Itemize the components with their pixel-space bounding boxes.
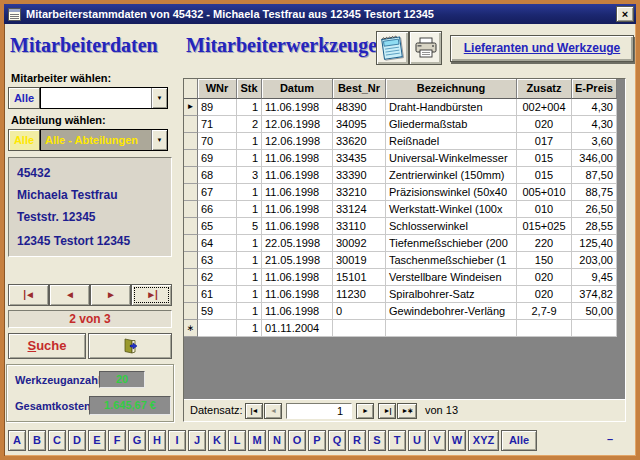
row-selector[interactable] — [184, 269, 198, 286]
dropdown-arrow-icon[interactable]: ▼ — [151, 88, 167, 108]
table-cell[interactable]: 69 — [198, 150, 237, 167]
table-cell[interactable]: 125,40 — [572, 235, 617, 252]
nav-last-button[interactable]: ►| — [378, 403, 396, 419]
nav-next-button[interactable]: ► — [356, 403, 374, 419]
table-cell[interactable]: 015 — [517, 167, 572, 184]
current-record-field[interactable]: 1 — [286, 403, 352, 419]
letter-filter-j[interactable]: J — [188, 430, 206, 451]
letter-filter-m[interactable]: M — [248, 430, 266, 451]
table-row[interactable]: 61111.06.199811230Spiralbohrer-Satz02037… — [184, 286, 625, 303]
letter-filter-s[interactable]: S — [368, 430, 386, 451]
table-cell[interactable]: 11.06.1998 — [262, 218, 333, 235]
table-cell[interactable]: 21.05.1998 — [262, 252, 333, 269]
table-cell[interactable]: 11.06.1998 — [262, 99, 333, 116]
first-record-button[interactable]: |◄ — [8, 284, 49, 306]
table-cell[interactable]: Verstellbare Windeisen — [386, 269, 517, 286]
table-cell[interactable]: 64 — [198, 235, 237, 252]
table-cell[interactable]: Gewindebohrer-Verläng — [386, 303, 517, 320]
letter-filter-a[interactable]: A — [8, 430, 26, 451]
table-cell[interactable]: 1 — [237, 320, 262, 337]
column-header[interactable]: Bezeichnung — [386, 79, 517, 99]
table-cell[interactable]: 11.06.1998 — [262, 150, 333, 167]
letter-filter-h[interactable]: H — [148, 430, 166, 451]
letter-filter-k[interactable]: K — [208, 430, 226, 451]
table-cell[interactable]: 1 — [237, 235, 262, 252]
table-cell[interactable]: 0 — [333, 303, 386, 320]
letter-filter-g[interactable]: G — [128, 430, 146, 451]
table-cell[interactable]: 2 — [237, 116, 262, 133]
table-cell[interactable]: 2,7-9 — [517, 303, 572, 320]
table-cell[interactable]: 374,82 — [572, 286, 617, 303]
table-row[interactable]: 68311.06.199833390Zentrierwinkel (150mm)… — [184, 167, 625, 184]
department-all-box[interactable]: Alle — [8, 129, 40, 151]
letter-filter-alle[interactable]: Alle — [501, 430, 537, 451]
table-cell[interactable]: 3,60 — [572, 133, 617, 150]
table-cell[interactable]: 12.06.1998 — [262, 116, 333, 133]
table-row[interactable]: 71212.06.199834095Gliedermaßstab0204,30 — [184, 116, 625, 133]
table-row[interactable]: 69111.06.199833435Universal-Winkelmesser… — [184, 150, 625, 167]
table-cell[interactable]: 015+025 — [517, 218, 572, 235]
nav-first-button[interactable]: |◄ — [245, 403, 263, 419]
table-cell[interactable]: 11.06.1998 — [262, 269, 333, 286]
table-cell[interactable]: 01.11.2004 — [262, 320, 333, 337]
table-cell[interactable]: 11.06.1998 — [262, 167, 333, 184]
row-selector[interactable] — [184, 116, 198, 133]
table-cell[interactable]: 1 — [237, 184, 262, 201]
table-row[interactable]: ∗101.11.2004 — [184, 320, 625, 337]
letter-filter-t[interactable]: T — [388, 430, 406, 451]
nav-previous-button[interactable]: ◄ — [264, 403, 282, 419]
table-cell[interactable]: 88,75 — [572, 184, 617, 201]
table-cell[interactable] — [198, 320, 237, 337]
table-cell[interactable]: 1 — [237, 252, 262, 269]
title-bar[interactable]: Mitarbeiterstammdaten von 45432 - Michae… — [4, 4, 636, 24]
table-cell[interactable]: 30092 — [333, 235, 386, 252]
table-cell[interactable]: 15101 — [333, 269, 386, 286]
row-selector[interactable] — [184, 133, 198, 150]
letter-filter-i[interactable]: I — [168, 430, 186, 451]
table-cell[interactable]: Universal-Winkelmesser — [386, 150, 517, 167]
table-cell[interactable]: 11.06.1998 — [262, 184, 333, 201]
table-cell[interactable]: 015 — [517, 150, 572, 167]
table-cell[interactable]: 68 — [198, 167, 237, 184]
table-cell[interactable]: 1 — [237, 150, 262, 167]
next-record-button[interactable]: ► — [90, 284, 131, 306]
table-cell[interactable]: 62 — [198, 269, 237, 286]
letter-filter-r[interactable]: R — [348, 430, 366, 451]
table-cell[interactable]: Gliedermaßstab — [386, 116, 517, 133]
row-selector[interactable] — [184, 235, 198, 252]
table-cell[interactable]: 61 — [198, 286, 237, 303]
table-cell[interactable]: 220 — [517, 235, 572, 252]
table-cell[interactable]: 33435 — [333, 150, 386, 167]
table-row[interactable]: 63121.05.199830019Taschenmeßschieber (11… — [184, 252, 625, 269]
table-cell[interactable]: 4,30 — [572, 99, 617, 116]
last-record-button[interactable]: ►| — [131, 284, 172, 306]
letter-filter-xyz[interactable]: XYZ — [468, 430, 499, 451]
letter-filter-c[interactable]: C — [48, 430, 66, 451]
letter-filter-d[interactable]: D — [68, 430, 86, 451]
table-cell[interactable]: 28,55 — [572, 218, 617, 235]
table-cell[interactable]: 59 — [198, 303, 237, 320]
letter-filter-v[interactable]: V — [428, 430, 446, 451]
table-cell[interactable]: Zentrierwinkel (150mm) — [386, 167, 517, 184]
table-cell[interactable]: 11230 — [333, 286, 386, 303]
row-selector[interactable] — [184, 167, 198, 184]
row-selector[interactable] — [184, 218, 198, 235]
table-cell[interactable]: 89 — [198, 99, 237, 116]
table-cell[interactable]: 1 — [237, 269, 262, 286]
table-cell[interactable]: Schlosserwinkel — [386, 218, 517, 235]
department-combobox[interactable]: Alle - Abteilungen ▼ — [40, 129, 168, 151]
table-cell[interactable]: 203,00 — [572, 252, 617, 269]
employee-combobox[interactable]: ▼ — [40, 87, 168, 109]
table-cell[interactable]: 30019 — [333, 252, 386, 269]
table-cell[interactable]: 50,00 — [572, 303, 617, 320]
table-cell[interactable]: 33620 — [333, 133, 386, 150]
table-cell[interactable]: 12.06.1998 — [262, 133, 333, 150]
table-cell[interactable]: Reißnadel — [386, 133, 517, 150]
table-cell[interactable]: 63 — [198, 252, 237, 269]
table-cell[interactable]: 11.06.1998 — [262, 286, 333, 303]
table-cell[interactable]: 1 — [237, 133, 262, 150]
table-cell[interactable]: 1 — [237, 303, 262, 320]
exit-form-button[interactable] — [88, 333, 172, 359]
letter-filter-n[interactable]: N — [268, 430, 286, 451]
letter-filter-p[interactable]: P — [308, 430, 326, 451]
